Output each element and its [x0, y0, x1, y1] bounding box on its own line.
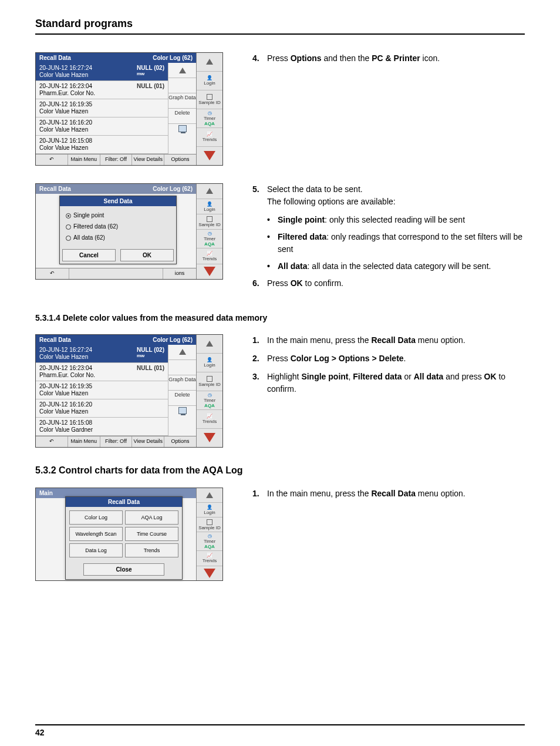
- screenshot-recall-data-1: Recall Data Color Log (62) 20-JUN-12 16:…: [35, 52, 223, 166]
- recall-data-dialog: Recall Data Color Log AQA Log Wavelength…: [65, 496, 183, 580]
- sample-id-side[interactable]: Sample ID: [197, 90, 222, 109]
- delete-button[interactable]: Delete: [168, 392, 196, 398]
- sample-id-side[interactable]: Sample ID: [197, 214, 222, 230]
- trends-side[interactable]: 📈Trends: [197, 410, 222, 429]
- filter-button[interactable]: Filter: Off: [100, 436, 133, 447]
- step-number: 5.: [252, 183, 267, 208]
- screenshot-send-data: Recall Data Color Log (62) ↶ ions 👤Login…: [35, 183, 223, 280]
- trends-side[interactable]: 📈Trends: [197, 551, 222, 566]
- step-text: Press Options and then the PC & Printer …: [267, 52, 525, 65]
- radio-single-point[interactable]: Single point: [66, 210, 170, 221]
- pc-printer-icon[interactable]: [178, 407, 187, 414]
- dialog-title: Recall Data: [66, 497, 182, 507]
- row-label: Pharm.Eur. Color No.: [39, 372, 95, 379]
- login-side[interactable]: 👤Login: [197, 503, 222, 518]
- send-data-dialog: Send Data Single point Filtered data (62…: [59, 196, 177, 264]
- step-number: 3.: [252, 371, 267, 395]
- main-menu-button[interactable]: Main Menu: [68, 436, 100, 447]
- arrow-up-icon: [206, 188, 213, 194]
- step-number: 1.: [252, 488, 267, 500]
- row-label: Color Value Hazen: [39, 126, 92, 133]
- step-text: Press Color Log > Options > Delete.: [267, 352, 525, 365]
- list-row[interactable]: 20-JUN-12 16:27:24Color Value Hazen NULL…: [36, 63, 168, 81]
- filter-button[interactable]: Filter: Off: [100, 154, 133, 165]
- row-ts: 20-JUN-12 16:27:24: [39, 347, 92, 354]
- row-label: Pharm.Eur. Color No.: [39, 90, 95, 97]
- back-icon[interactable]: ↶: [36, 268, 69, 279]
- pc-printer-icon[interactable]: [178, 125, 187, 132]
- step-number: 4.: [252, 52, 267, 65]
- timer-side[interactable]: ◷TimerAQA: [197, 109, 222, 128]
- bullet-item: Single point: only this selected reading…: [267, 214, 525, 226]
- row-ts: 20-JUN-12 16:15:08: [39, 137, 92, 145]
- row-ts: 20-JUN-12 16:19:35: [39, 383, 92, 390]
- graph-data-button[interactable]: Graph Data: [168, 95, 196, 100]
- row-label: Color Value Hazen: [39, 390, 92, 397]
- step-text: Select the data to be sent. The followin…: [267, 183, 525, 208]
- arrow-down-icon: [204, 151, 215, 160]
- close-button[interactable]: Close: [83, 563, 164, 576]
- back-icon[interactable]: ↶: [36, 436, 68, 447]
- row-val: NULL (01): [137, 83, 164, 89]
- options-button[interactable]: Options: [164, 436, 196, 447]
- login-side[interactable]: 👤Login: [197, 354, 222, 372]
- list-row[interactable]: 20-JUN-12 16:15:08Color Value Gardner: [36, 418, 168, 436]
- step-text: In the main menu, press the Recall Data …: [267, 488, 525, 500]
- wavelength-scan-button[interactable]: Wavelength Scan: [69, 527, 123, 541]
- cancel-button[interactable]: Cancel: [62, 249, 116, 261]
- arrow-down-icon: [204, 433, 215, 442]
- page-header: Standard programs: [35, 18, 525, 35]
- login-side[interactable]: 👤Login: [197, 199, 222, 214]
- color-log-button[interactable]: Color Log: [69, 510, 123, 525]
- row-ts: 20-JUN-12 16:19:35: [39, 101, 92, 108]
- main-title: Main: [39, 490, 53, 496]
- options-button[interactable]: Options: [164, 154, 196, 165]
- list-row[interactable]: 20-JUN-12 16:15:08Color Value Hazen: [36, 136, 168, 154]
- timer-side[interactable]: ◷TimerAQA: [197, 230, 222, 248]
- list-row[interactable]: 20-JUN-12 16:16:20Color Value Hazen: [36, 117, 168, 136]
- dev-title-right-faded: Color Log (62): [153, 186, 193, 192]
- step-number: 1.: [252, 334, 267, 347]
- ok-button[interactable]: OK: [120, 249, 174, 261]
- main-menu-button[interactable]: Main Menu: [68, 154, 100, 165]
- delete-button[interactable]: Delete: [168, 110, 196, 116]
- list-row[interactable]: 20-JUN-12 16:16:20Color Value Hazen: [36, 399, 168, 418]
- row-label: Color Value Hazen: [39, 145, 92, 152]
- aqa-log-button[interactable]: AQA Log: [125, 510, 178, 525]
- row-val: NULL (02): [137, 65, 164, 71]
- list-row[interactable]: 20-JUN-12 16:23:04Pharm.Eur. Color No. N…: [36, 363, 168, 381]
- row-label: Color Value Hazen: [39, 108, 92, 115]
- dialog-title: Send Data: [60, 196, 176, 206]
- trends-side[interactable]: 📈Trends: [197, 248, 222, 264]
- dev-title-faded: Recall Data: [39, 186, 71, 192]
- time-course-button[interactable]: Time Course: [125, 527, 178, 541]
- trends-side[interactable]: 📈Trends: [197, 128, 222, 147]
- list-row[interactable]: 20-JUN-12 16:23:04Pharm.Eur. Color No. N…: [36, 81, 168, 99]
- list-row[interactable]: 20-JUN-12 16:19:35Color Value Hazen: [36, 99, 168, 117]
- list-row[interactable]: 20-JUN-12 16:27:24Color Value Hazen NULL…: [36, 345, 168, 363]
- arrow-down-icon: [204, 267, 215, 276]
- dev-title: Recall Data: [39, 55, 71, 61]
- scroll-up-icon[interactable]: [179, 68, 186, 73]
- back-icon[interactable]: ↶: [36, 154, 68, 165]
- row-ts: 20-JUN-12 16:27:24: [39, 65, 92, 72]
- scroll-up-icon[interactable]: [179, 349, 186, 355]
- trends-button[interactable]: Trends: [125, 543, 178, 557]
- step-text: In the main menu, press the Recall Data …: [267, 334, 525, 347]
- graph-data-button[interactable]: Graph Data: [168, 377, 196, 382]
- timer-side[interactable]: ◷TimerAQA: [197, 391, 222, 410]
- list-row[interactable]: 20-JUN-12 16:19:35Color Value Hazen: [36, 381, 168, 399]
- timer-side[interactable]: ◷TimerAQA: [197, 532, 222, 551]
- view-details-button[interactable]: View Details: [132, 436, 164, 447]
- dev-title-right: Color Log (62): [153, 55, 193, 61]
- subsection-heading: 5.3.1.4 Delete color values from the mea…: [35, 313, 525, 322]
- view-details-button[interactable]: View Details: [132, 154, 164, 165]
- bullet-item: All data: all data in the selected data …: [267, 260, 525, 273]
- data-log-button[interactable]: Data Log: [69, 543, 123, 557]
- radio-all-data[interactable]: All data (62): [66, 232, 170, 243]
- sample-id-side[interactable]: Sample ID: [197, 518, 222, 532]
- radio-filtered-data[interactable]: Filtered data (62): [66, 221, 170, 232]
- login-side[interactable]: 👤Login: [197, 72, 222, 90]
- row-label: Color Value Hazen: [39, 408, 92, 415]
- sample-id-side[interactable]: Sample ID: [197, 372, 222, 391]
